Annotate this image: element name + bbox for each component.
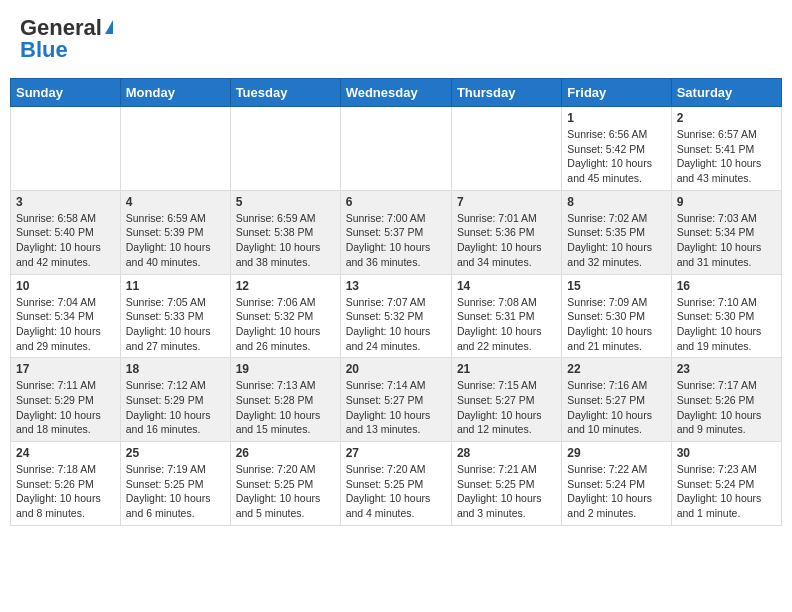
day-number: 10 <box>16 279 115 293</box>
day-number: 5 <box>236 195 335 209</box>
page-header: General Blue <box>10 10 782 68</box>
day-number: 29 <box>567 446 665 460</box>
day-number: 21 <box>457 362 556 376</box>
day-info: Sunrise: 7:08 AMSunset: 5:31 PMDaylight:… <box>457 295 556 354</box>
calendar-cell: 14Sunrise: 7:08 AMSunset: 5:31 PMDayligh… <box>451 274 561 358</box>
day-info: Sunrise: 7:07 AMSunset: 5:32 PMDaylight:… <box>346 295 446 354</box>
calendar-cell: 6Sunrise: 7:00 AMSunset: 5:37 PMDaylight… <box>340 190 451 274</box>
day-number: 4 <box>126 195 225 209</box>
day-number: 19 <box>236 362 335 376</box>
day-number: 1 <box>567 111 665 125</box>
calendar-header-tuesday: Tuesday <box>230 79 340 107</box>
day-number: 30 <box>677 446 776 460</box>
calendar-cell <box>340 107 451 191</box>
day-number: 8 <box>567 195 665 209</box>
day-info: Sunrise: 7:11 AMSunset: 5:29 PMDaylight:… <box>16 378 115 437</box>
calendar-cell: 17Sunrise: 7:11 AMSunset: 5:29 PMDayligh… <box>11 358 121 442</box>
calendar-header-monday: Monday <box>120 79 230 107</box>
day-info: Sunrise: 6:57 AMSunset: 5:41 PMDaylight:… <box>677 127 776 186</box>
logo-triangle-icon <box>105 20 113 34</box>
day-info: Sunrise: 7:09 AMSunset: 5:30 PMDaylight:… <box>567 295 665 354</box>
day-number: 27 <box>346 446 446 460</box>
calendar-cell <box>230 107 340 191</box>
day-number: 22 <box>567 362 665 376</box>
day-number: 7 <box>457 195 556 209</box>
day-info: Sunrise: 7:05 AMSunset: 5:33 PMDaylight:… <box>126 295 225 354</box>
day-number: 26 <box>236 446 335 460</box>
calendar-cell: 1Sunrise: 6:56 AMSunset: 5:42 PMDaylight… <box>562 107 671 191</box>
day-info: Sunrise: 7:10 AMSunset: 5:30 PMDaylight:… <box>677 295 776 354</box>
calendar-week-3: 10Sunrise: 7:04 AMSunset: 5:34 PMDayligh… <box>11 274 782 358</box>
day-number: 14 <box>457 279 556 293</box>
day-number: 11 <box>126 279 225 293</box>
day-info: Sunrise: 7:19 AMSunset: 5:25 PMDaylight:… <box>126 462 225 521</box>
calendar-header-row: SundayMondayTuesdayWednesdayThursdayFrid… <box>11 79 782 107</box>
calendar-header-thursday: Thursday <box>451 79 561 107</box>
day-info: Sunrise: 6:58 AMSunset: 5:40 PMDaylight:… <box>16 211 115 270</box>
logo: General Blue <box>20 15 113 63</box>
calendar-week-2: 3Sunrise: 6:58 AMSunset: 5:40 PMDaylight… <box>11 190 782 274</box>
calendar-header-sunday: Sunday <box>11 79 121 107</box>
day-number: 23 <box>677 362 776 376</box>
calendar-cell: 20Sunrise: 7:14 AMSunset: 5:27 PMDayligh… <box>340 358 451 442</box>
calendar-cell: 26Sunrise: 7:20 AMSunset: 5:25 PMDayligh… <box>230 442 340 526</box>
calendar-cell: 28Sunrise: 7:21 AMSunset: 5:25 PMDayligh… <box>451 442 561 526</box>
day-info: Sunrise: 7:22 AMSunset: 5:24 PMDaylight:… <box>567 462 665 521</box>
calendar-cell: 22Sunrise: 7:16 AMSunset: 5:27 PMDayligh… <box>562 358 671 442</box>
day-number: 13 <box>346 279 446 293</box>
day-info: Sunrise: 7:01 AMSunset: 5:36 PMDaylight:… <box>457 211 556 270</box>
calendar-cell: 27Sunrise: 7:20 AMSunset: 5:25 PMDayligh… <box>340 442 451 526</box>
day-number: 18 <box>126 362 225 376</box>
day-info: Sunrise: 7:20 AMSunset: 5:25 PMDaylight:… <box>346 462 446 521</box>
calendar-cell <box>120 107 230 191</box>
day-number: 15 <box>567 279 665 293</box>
day-number: 16 <box>677 279 776 293</box>
calendar-cell: 5Sunrise: 6:59 AMSunset: 5:38 PMDaylight… <box>230 190 340 274</box>
calendar-cell: 2Sunrise: 6:57 AMSunset: 5:41 PMDaylight… <box>671 107 781 191</box>
day-number: 17 <box>16 362 115 376</box>
calendar-cell: 16Sunrise: 7:10 AMSunset: 5:30 PMDayligh… <box>671 274 781 358</box>
day-info: Sunrise: 7:15 AMSunset: 5:27 PMDaylight:… <box>457 378 556 437</box>
day-info: Sunrise: 7:06 AMSunset: 5:32 PMDaylight:… <box>236 295 335 354</box>
logo-blue-text: Blue <box>20 37 68 63</box>
day-info: Sunrise: 6:59 AMSunset: 5:39 PMDaylight:… <box>126 211 225 270</box>
day-info: Sunrise: 7:14 AMSunset: 5:27 PMDaylight:… <box>346 378 446 437</box>
calendar-cell: 7Sunrise: 7:01 AMSunset: 5:36 PMDaylight… <box>451 190 561 274</box>
calendar-cell: 4Sunrise: 6:59 AMSunset: 5:39 PMDaylight… <box>120 190 230 274</box>
day-info: Sunrise: 7:12 AMSunset: 5:29 PMDaylight:… <box>126 378 225 437</box>
day-info: Sunrise: 7:23 AMSunset: 5:24 PMDaylight:… <box>677 462 776 521</box>
day-number: 28 <box>457 446 556 460</box>
day-info: Sunrise: 7:18 AMSunset: 5:26 PMDaylight:… <box>16 462 115 521</box>
calendar-cell: 18Sunrise: 7:12 AMSunset: 5:29 PMDayligh… <box>120 358 230 442</box>
day-number: 24 <box>16 446 115 460</box>
day-info: Sunrise: 7:13 AMSunset: 5:28 PMDaylight:… <box>236 378 335 437</box>
day-info: Sunrise: 7:04 AMSunset: 5:34 PMDaylight:… <box>16 295 115 354</box>
calendar-cell: 21Sunrise: 7:15 AMSunset: 5:27 PMDayligh… <box>451 358 561 442</box>
day-info: Sunrise: 7:00 AMSunset: 5:37 PMDaylight:… <box>346 211 446 270</box>
calendar-cell: 23Sunrise: 7:17 AMSunset: 5:26 PMDayligh… <box>671 358 781 442</box>
day-number: 25 <box>126 446 225 460</box>
day-number: 2 <box>677 111 776 125</box>
calendar-cell <box>11 107 121 191</box>
day-info: Sunrise: 7:16 AMSunset: 5:27 PMDaylight:… <box>567 378 665 437</box>
day-info: Sunrise: 7:17 AMSunset: 5:26 PMDaylight:… <box>677 378 776 437</box>
calendar-week-4: 17Sunrise: 7:11 AMSunset: 5:29 PMDayligh… <box>11 358 782 442</box>
calendar-cell: 29Sunrise: 7:22 AMSunset: 5:24 PMDayligh… <box>562 442 671 526</box>
day-info: Sunrise: 6:59 AMSunset: 5:38 PMDaylight:… <box>236 211 335 270</box>
calendar-cell: 15Sunrise: 7:09 AMSunset: 5:30 PMDayligh… <box>562 274 671 358</box>
calendar-cell: 3Sunrise: 6:58 AMSunset: 5:40 PMDaylight… <box>11 190 121 274</box>
calendar-cell: 24Sunrise: 7:18 AMSunset: 5:26 PMDayligh… <box>11 442 121 526</box>
calendar-header-saturday: Saturday <box>671 79 781 107</box>
calendar-cell: 8Sunrise: 7:02 AMSunset: 5:35 PMDaylight… <box>562 190 671 274</box>
calendar-cell: 13Sunrise: 7:07 AMSunset: 5:32 PMDayligh… <box>340 274 451 358</box>
calendar-cell: 11Sunrise: 7:05 AMSunset: 5:33 PMDayligh… <box>120 274 230 358</box>
calendar-table: SundayMondayTuesdayWednesdayThursdayFrid… <box>10 78 782 526</box>
calendar-cell <box>451 107 561 191</box>
calendar-week-1: 1Sunrise: 6:56 AMSunset: 5:42 PMDaylight… <box>11 107 782 191</box>
calendar-cell: 30Sunrise: 7:23 AMSunset: 5:24 PMDayligh… <box>671 442 781 526</box>
calendar-cell: 12Sunrise: 7:06 AMSunset: 5:32 PMDayligh… <box>230 274 340 358</box>
calendar-header-friday: Friday <box>562 79 671 107</box>
day-number: 12 <box>236 279 335 293</box>
day-number: 20 <box>346 362 446 376</box>
calendar-cell: 19Sunrise: 7:13 AMSunset: 5:28 PMDayligh… <box>230 358 340 442</box>
